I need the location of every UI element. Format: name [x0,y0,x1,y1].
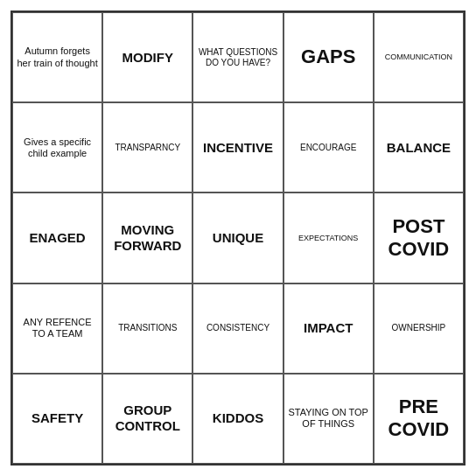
bingo-cell-4: COMMUNICATION [374,12,464,102]
bingo-cell-20: SAFETY [12,374,102,464]
cell-label-12: UNIQUE [213,230,263,246]
cell-label-13: EXPECTATIONS [298,234,358,243]
cell-label-2: WHAT QUESTIONS DO YOU HAVE? [197,47,278,68]
cell-label-24: PRE COVID [378,396,459,442]
bingo-cell-8: ENCOURAGE [284,102,374,192]
bingo-cell-0: Autumn forgets her train of thought [12,12,102,102]
cell-label-23: STAYING ON TOP OF THINGS [288,407,369,430]
bingo-cell-12: UNIQUE [192,192,283,283]
cell-label-4: COMMUNICATION [385,52,452,62]
bingo-cell-21: GROUP CONTROL [102,374,192,464]
cell-label-0: Autumn forgets her train of thought [17,46,98,68]
bingo-cell-11: MOVING FORWARD [102,192,192,283]
bingo-cell-1: MODIFY [102,12,192,102]
cell-label-14: POST COVID [378,215,459,262]
bingo-cell-18: IMPACT [284,284,374,374]
bingo-cell-13: EXPECTATIONS [284,192,374,283]
bingo-cell-23: STAYING ON TOP OF THINGS [284,374,374,464]
bingo-cell-14: POST COVID [374,192,464,283]
cell-label-10: ENAGED [30,230,86,246]
cell-label-17: CONSISTENCY [206,323,270,333]
bingo-cell-24: PRE COVID [374,374,464,464]
cell-label-21: GROUP CONTROL [107,402,188,434]
cell-label-8: ENCOURAGE [300,143,356,153]
cell-label-11: MOVING FORWARD [107,222,188,254]
bingo-cell-5: Gives a specific child example [12,102,102,192]
bingo-board: Autumn forgets her train of thoughtMODIF… [10,10,466,466]
cell-label-16: TRANSITIONS [118,323,177,333]
cell-label-5: Gives a specific child example [17,136,98,159]
cell-label-19: OWNERSHIP [392,323,446,333]
cell-label-1: MODIFY [122,50,173,66]
bingo-cell-16: TRANSITIONS [102,284,192,374]
cell-label-15: ANY REFENCE TO A TEAM [17,317,98,340]
bingo-cell-19: OWNERSHIP [374,284,464,374]
bingo-cell-22: KIDDOS [192,374,283,464]
cell-label-6: TRANSPARNCY [115,143,180,153]
cell-label-18: IMPACT [304,320,353,336]
bingo-cell-15: ANY REFENCE TO A TEAM [12,284,102,374]
bingo-cell-17: CONSISTENCY [192,284,283,374]
bingo-cell-6: TRANSPARNCY [102,102,192,192]
bingo-cell-10: ENAGED [12,192,102,283]
bingo-cell-2: WHAT QUESTIONS DO YOU HAVE? [192,12,283,102]
cell-label-20: SAFETY [32,410,83,426]
cell-label-7: INCENTIVE [203,140,273,156]
cell-label-3: GAPS [301,46,355,68]
bingo-cell-9: BALANCE [374,102,464,192]
cell-label-22: KIDDOS [213,410,263,426]
cell-label-9: BALANCE [387,140,451,156]
bingo-cell-7: INCENTIVE [192,102,283,192]
bingo-cell-3: GAPS [284,12,374,102]
